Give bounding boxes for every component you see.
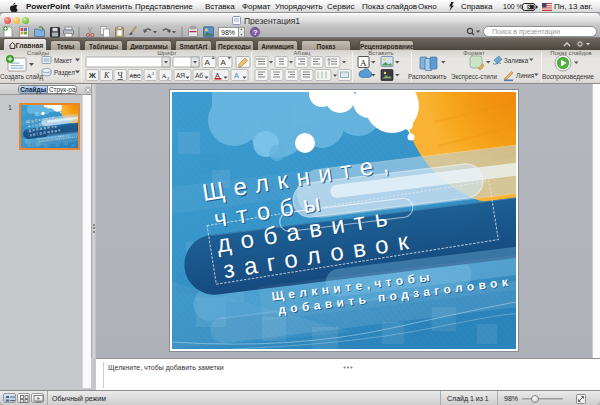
svg-text:A: A xyxy=(205,58,211,67)
svg-text:АЯ: АЯ xyxy=(176,72,185,79)
svg-text:?: ? xyxy=(253,28,258,37)
svg-text:К: К xyxy=(103,71,110,80)
svg-text:Экспресс-стили: Экспресс-стили xyxy=(451,73,498,81)
svg-text:А: А xyxy=(215,72,220,79)
svg-text:Аб: Аб xyxy=(195,72,203,79)
svg-text:2: 2 xyxy=(152,71,154,76)
svg-text:Заливка: Заливка xyxy=(504,57,529,64)
svg-text:A: A xyxy=(147,72,152,80)
svg-text:Воспроизведение: Воспроизведение xyxy=(542,73,594,81)
svg-text:Раздел: Раздел xyxy=(54,69,75,77)
svg-text:ABC: ABC xyxy=(130,73,141,79)
svg-text:Макет: Макет xyxy=(54,57,72,64)
svg-text:Ж: Ж xyxy=(88,71,96,80)
svg-text:A: A xyxy=(162,72,167,80)
svg-text:A: A xyxy=(221,58,227,67)
svg-text:A: A xyxy=(360,58,367,68)
svg-text:Ч: Ч xyxy=(118,71,123,80)
svg-text:Расположить: Расположить xyxy=(408,73,447,80)
svg-text:2: 2 xyxy=(167,76,169,81)
svg-text:Создать слайд: Создать слайд xyxy=(0,73,44,81)
svg-text:Линия: Линия xyxy=(516,72,534,79)
svg-text:98%: 98% xyxy=(221,29,235,36)
svg-text:А: А xyxy=(234,72,239,79)
